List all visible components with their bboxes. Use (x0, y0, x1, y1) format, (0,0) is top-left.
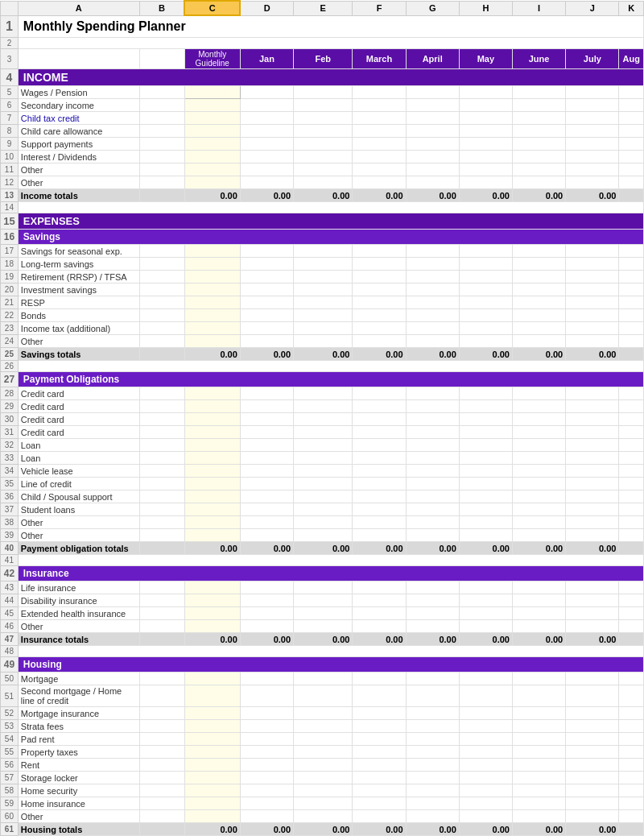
label-child-tax-credit: Child tax credit (18, 112, 139, 125)
row-income-tax: 23 Income tax (additional) (1, 322, 644, 335)
row-child-care-allowance: 8 Child care allowance (1, 125, 644, 138)
cell-e5[interactable] (294, 86, 353, 99)
payment-total-label: Payment obligation totals (18, 542, 139, 555)
month-aug: Aug (619, 49, 644, 69)
row-line-of-credit: 35 Line of credit (1, 478, 644, 490)
cell-k5[interactable] (619, 86, 644, 99)
income-total-d: 0.00 (240, 189, 293, 202)
savings-header: Savings (18, 230, 643, 245)
col-header-f: F (353, 1, 406, 15)
cell-c5[interactable] (184, 86, 240, 99)
row-storage-locker: 57 Storage locker (1, 772, 644, 784)
row-disability-insurance: 44 Disability insurance (1, 594, 644, 607)
income-total-i: 0.00 (513, 189, 566, 202)
row-wages: 5 Wages / Pension (1, 86, 644, 99)
col-header-e: E (294, 1, 353, 15)
row-student-loans: 37 Student loans (1, 503, 644, 516)
income-totals-row: 13 Income totals 0.00 0.00 0.00 0.00 0.0… (1, 189, 644, 202)
month-headers-row: 3 MonthlyGuideline Jan Feb March April M… (1, 49, 644, 69)
cell-i5[interactable] (513, 86, 566, 99)
payment-obligations-section-header-row: 27 Payment Obligations (1, 372, 644, 387)
cell-g5[interactable] (406, 86, 459, 99)
row-loan-1: 32 Loan (1, 439, 644, 452)
row-child-spousal-support: 36 Child / Spousal support (1, 490, 644, 503)
insurance-header: Insurance (18, 566, 643, 581)
column-headers-row: A B C D E F G H I J K (1, 1, 644, 15)
row-income-other-1: 11 Other (1, 163, 644, 176)
row-support-payments: 9 Support payments (1, 138, 644, 151)
savings-total-label: Savings totals (18, 348, 139, 361)
row-payment-other-1: 38 Other (1, 516, 644, 529)
row-housing-other: 60 Other (1, 810, 644, 823)
label-resp: RESP (18, 296, 139, 309)
row-mortgage: 50 Mortgage (1, 673, 644, 685)
row-rent: 56 Rent (1, 759, 644, 772)
row-life-insurance: 43 Life insurance (1, 581, 644, 594)
row-14: 14 (1, 202, 644, 213)
cell-b5[interactable] (139, 86, 184, 99)
income-header: INCOME (18, 69, 643, 86)
cell-d5[interactable] (240, 86, 293, 99)
col-header-j: J (566, 1, 619, 15)
col-header-k: K (619, 1, 644, 15)
insurance-section-header-row: 42 Insurance (1, 566, 644, 581)
row-retirement: 19 Retirement (RRSP) / TFSA (1, 271, 644, 283)
row-vehicle-lease: 34 Vehicle lease (1, 465, 644, 478)
label-secondary-income: Secondary income (18, 99, 139, 112)
row-savings-seasonal: 17 Savings for seasonal exp. (1, 245, 644, 258)
income-section-header-row: 4 INCOME (1, 69, 644, 86)
row-credit-card-1: 28 Credit card (1, 387, 644, 400)
label-income-other-1: Other (18, 163, 139, 176)
cell-j5[interactable] (566, 86, 619, 99)
expenses-header: EXPENSES (18, 213, 643, 230)
col-header-i: I (513, 1, 566, 15)
row-secondary-income: 6 Secondary income (1, 99, 644, 112)
housing-header: Housing (18, 657, 643, 673)
month-july: July (566, 49, 619, 69)
savings-section-header-row: 16 Savings (1, 230, 644, 245)
col-header-d: D (240, 1, 293, 15)
income-total-h: 0.00 (459, 189, 512, 202)
label-long-term-savings: Long-term savings (18, 258, 139, 271)
housing-totals-row: 61 Housing totals 0.00 0.00 0.00 0.00 0.… (1, 823, 644, 836)
label-wages: Wages / Pension (18, 86, 139, 99)
row-strata-fees: 53 Strata fees (1, 720, 644, 733)
label-income-tax: Income tax (additional) (18, 322, 139, 335)
row-48: 48 (1, 646, 644, 657)
cell-f5[interactable] (353, 86, 406, 99)
row-26: 26 (1, 361, 644, 372)
label-savings-seasonal: Savings for seasonal exp. (18, 245, 139, 258)
page-title: Monthly Spending Planner (18, 15, 643, 38)
housing-section-header-row: 49 Housing (1, 657, 644, 673)
expenses-section-header-row: 15 EXPENSES (1, 213, 644, 230)
row-credit-card-3: 30 Credit card (1, 413, 644, 426)
row-credit-card-2: 29 Credit card (1, 400, 644, 413)
col-header-g: G (406, 1, 459, 15)
row-insurance-other: 46 Other (1, 620, 644, 633)
month-april: April (406, 49, 459, 69)
row-credit-card-4: 31 Credit card (1, 426, 644, 439)
label-bonds: Bonds (18, 309, 139, 322)
cell-h5[interactable] (459, 86, 512, 99)
row-income-other-2: 12 Other (1, 176, 644, 189)
row-second-mortgage: 51 Second mortgage / Home line of credit (1, 685, 644, 707)
income-total-e: 0.00 (294, 189, 353, 202)
row-mortgage-insurance: 52 Mortgage insurance (1, 707, 644, 720)
month-june: June (513, 49, 566, 69)
monthly-guideline-header: MonthlyGuideline (184, 49, 240, 69)
payment-totals-row: 40 Payment obligation totals 0.00 0.00 0… (1, 542, 644, 555)
col-header-a: A (18, 1, 139, 15)
income-total-label: Income totals (18, 189, 139, 202)
row-payment-other-2: 39 Other (1, 529, 644, 542)
row-property-taxes: 55 Property taxes (1, 746, 644, 759)
spreadsheet-container: A B C D E F G H I J K 1 Monthly Spending… (0, 0, 644, 836)
income-total-f: 0.00 (353, 189, 406, 202)
row-child-tax-credit: 7 Child tax credit (1, 112, 644, 125)
row-2: 2 (1, 38, 644, 49)
row-savings-other: 24 Other (1, 335, 644, 348)
month-march: March (353, 49, 406, 69)
income-total-j: 0.00 (566, 189, 619, 202)
row-home-security: 58 Home security (1, 784, 644, 797)
income-total-c: 0.00 (184, 189, 240, 202)
income-total-g: 0.00 (406, 189, 459, 202)
